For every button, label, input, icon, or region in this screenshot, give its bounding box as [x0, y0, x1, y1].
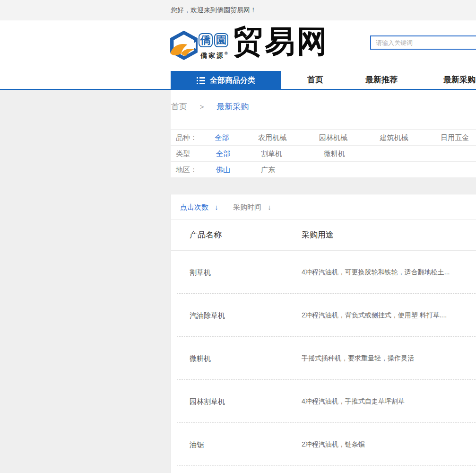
- column-purchase-purpose: 采购用途: [302, 219, 334, 251]
- registered-mark: ®: [225, 51, 228, 56]
- table-header: 产品名称 采购用途: [171, 219, 476, 251]
- filter-option[interactable]: 农用机械: [258, 130, 319, 145]
- logo-hexagon-icon: [169, 29, 199, 61]
- filter-table: 品种： 全部 农用机械 园林机械 建筑机械 日用五金 类型 全部 割草机 微耕机…: [171, 129, 476, 177]
- filter-option[interactable]: 广东: [261, 162, 324, 177]
- logo-wordmark: 僑園: [199, 33, 230, 47]
- logo[interactable]: 僑園 僑家源®: [169, 29, 233, 63]
- all-categories-label: 全部商品分类: [210, 76, 255, 86]
- product-name: 园林割草机: [190, 380, 225, 423]
- purchase-purpose: 2冲程汽油机，链条锯: [302, 423, 365, 466]
- product-name: 油锯: [190, 423, 204, 466]
- nav-item-home[interactable]: 首页: [307, 71, 323, 89]
- purchase-purpose: 4冲程汽油机，手推式自走草坪割草: [302, 380, 405, 423]
- header: 僑園 僑家源® 贸易网: [0, 21, 476, 71]
- breadcrumb-home[interactable]: 首页: [171, 102, 187, 111]
- filter-option[interactable]: 日用五金: [441, 130, 476, 145]
- purchase-purpose: 2冲程汽油机，背负式或侧挂式，使用塑 料打草....: [302, 294, 447, 337]
- welcome-message: 您好，欢迎来到僑園贸易网！: [171, 0, 257, 20]
- filter-row-category: 品种： 全部 农用机械 园林机械 建筑机械 日用五金: [171, 129, 476, 145]
- filter-option[interactable]: 全部: [216, 146, 261, 161]
- results-panel: 点击次数 ↓ 采购时间 ↓ 产品名称 采购用途 割草机 4冲程汽油机，可更换胶轮…: [171, 194, 476, 473]
- filter-option[interactable]: 割草机: [261, 146, 324, 161]
- filter-label: 类型: [171, 146, 216, 161]
- table-row[interactable]: 园林割草机 4冲程汽油机，手推式自走草坪割草: [177, 380, 476, 423]
- table-row[interactable]: 微耕机 手摇式插种机，要求重量轻，操作灵活: [177, 337, 476, 380]
- logo-char: 園: [214, 33, 228, 47]
- filter-label: 品种：: [171, 130, 215, 145]
- table-row[interactable]: 汽油除草机 2冲程汽油机，背负式或侧挂式，使用塑 料打草....: [177, 294, 476, 337]
- nav-item-recommend[interactable]: 最新推荐: [365, 71, 398, 89]
- page: 您好，欢迎来到僑園贸易网！ 僑園 僑家源® 贸易网: [0, 0, 476, 473]
- search-input[interactable]: [370, 35, 476, 50]
- product-name: 微耕机: [190, 337, 211, 380]
- product-name: 割草机: [190, 251, 211, 294]
- filter-row-type: 类型 全部 割草机 微耕机: [171, 145, 476, 161]
- sort-label: 采购时间: [233, 203, 261, 211]
- purchase-purpose: 4冲程汽油机，可更换胶轮和铁轮，适合翻地松土...: [302, 251, 450, 294]
- filter-option[interactable]: 园林机械: [319, 130, 380, 145]
- purchase-purpose: 手摇式插种机，要求重量轻，操作灵活: [302, 337, 414, 380]
- sort-by-time[interactable]: 采购时间 ↓: [233, 194, 271, 219]
- filter-label: 地区：: [171, 162, 216, 177]
- filter-option[interactable]: 建筑机械: [380, 130, 441, 145]
- filter-option[interactable]: 微耕机: [324, 146, 387, 161]
- breadcrumb-separator: >: [200, 103, 204, 111]
- sort-arrow-down-icon: ↓: [268, 203, 271, 211]
- product-name: 汽油除草机: [190, 294, 225, 337]
- sort-by-clicks[interactable]: 点击次数 ↓: [180, 194, 218, 219]
- table-row[interactable]: 割草机 4冲程汽油机，可更换胶轮和铁轮，适合翻地松土...: [177, 251, 476, 294]
- category-list-icon: [197, 77, 205, 84]
- filter-row-region: 地区： 佛山 广东: [171, 161, 476, 177]
- topbar: 您好，欢迎来到僑園贸易网！: [0, 0, 476, 20]
- site-title: 贸易网: [233, 26, 329, 57]
- sort-arrow-down-icon: ↓: [215, 203, 218, 211]
- filter-option[interactable]: 佛山: [216, 162, 261, 177]
- nav-item-purchase[interactable]: 最新采购: [443, 71, 476, 89]
- column-product-name: 产品名称: [190, 219, 222, 251]
- breadcrumb: 首页 > 最新采购: [171, 100, 249, 114]
- table-row[interactable]: 油锯 2冲程汽油机，链条锯: [177, 423, 476, 466]
- logo-subtext: 僑家源®: [200, 51, 228, 60]
- logo-char: 僑: [199, 33, 213, 47]
- navbar: 全部商品分类 首页 最新推荐 最新采购: [0, 71, 476, 90]
- sort-label: 点击次数: [180, 203, 208, 211]
- filter-block: 首页 > 最新采购 品种： 全部 农用机械 园林机械 建筑机械 日用五金 类型 …: [171, 90, 476, 177]
- filter-option[interactable]: 全部: [215, 130, 258, 145]
- breadcrumb-current[interactable]: 最新采购: [216, 102, 249, 111]
- sortbar: 点击次数 ↓ 采购时间 ↓: [171, 194, 476, 219]
- all-categories-button[interactable]: 全部商品分类: [171, 71, 281, 90]
